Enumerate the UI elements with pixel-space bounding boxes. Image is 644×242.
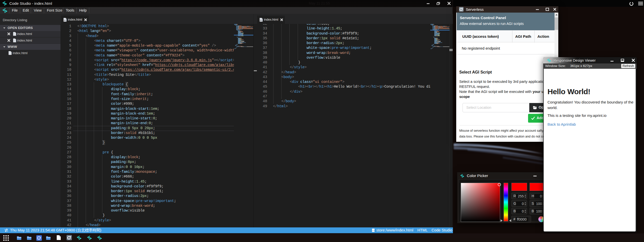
svg-text:<>: <> [372, 229, 375, 232]
